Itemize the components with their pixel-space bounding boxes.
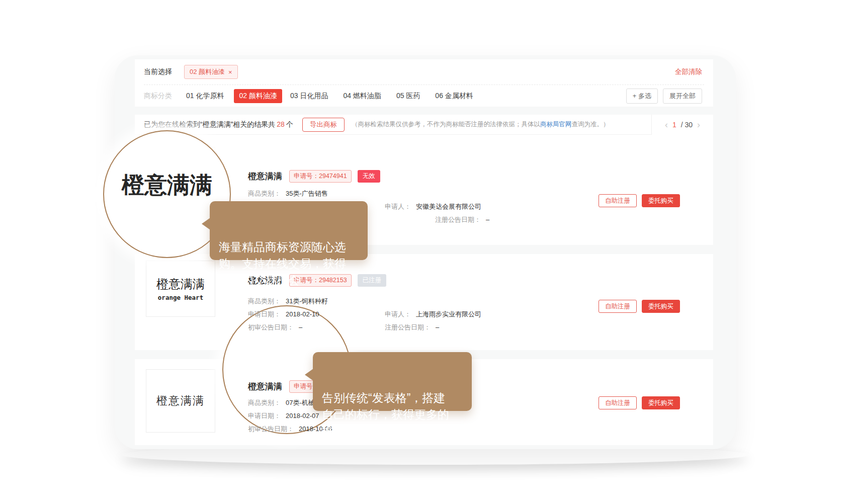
application-number-label: 申请号： [294,173,319,180]
category-value: 31类-饲料种籽 [286,297,328,305]
filter-card: 当前选择 02 颜料油漆 × 全部清除 商标分类 01 化学原料 02 颜料油漆… [135,59,713,107]
trademark-name: 橙意满满 [248,381,282,392]
trademark-image-text: 橙意满满 [156,276,205,292]
applicant-field: 申请人：上海雨步实业有限公司 [385,310,481,319]
entrust-buy-button[interactable]: 委托购买 [642,300,680,313]
category-label: 商品类别： [248,190,281,197]
application-number-value: 29474941 [319,173,347,180]
results-summary: 已为您在线检索到“橙意满满”相关的结果共28个 [144,120,293,129]
selected-filter-tag[interactable]: 02 颜料油漆 × [184,65,238,79]
row2-publication-line: 初审公告日期：– 注册公告日期：– [248,323,600,332]
first-publication-label: 初审公告日期： [248,425,294,433]
total-pages: / 30 [681,121,693,129]
applicant-label: 申请人： [385,203,411,210]
trademark-office-link[interactable]: 商标局官网 [540,121,572,128]
multi-select-button[interactable]: + 多选 [626,89,658,104]
applicant-field: 申请人：安徽美达会展有限公司 [385,202,481,211]
page-total-number: 30 [685,121,693,129]
applicant-value: 上海雨步实业有限公司 [416,310,481,318]
status-badge: 已注册 [358,274,387,287]
disclaimer-text: （商标检索结果仅供参考，不作为商标能否注册的法律依据；具体以商标局官网查询为准。… [352,120,610,129]
row2-date-line: 申请日期：2018-02-10 申请人：上海雨步实业有限公司 [248,310,600,319]
current-selection-label: 当前选择 [144,67,172,76]
expand-all-button[interactable]: 展开全部 [663,89,702,104]
application-number-tag: 申请号：29474941 [289,170,352,183]
entrust-buy-button[interactable]: 委托购买 [642,194,680,207]
disclaimer-suffix: 查询为准。） [571,121,609,128]
page: 当前选择 02 颜料油漆 × 全部清除 商标分类 01 化学原料 02 颜料油漆… [0,0,853,504]
export-trademarks-button[interactable]: 导出商标 [302,118,345,132]
tag-close-icon[interactable]: × [228,68,232,76]
first-publication-label: 初审公告日期： [248,323,294,331]
self-register-button[interactable]: 自助注册 [599,194,637,207]
apply-date-value: 2018-02-10 [286,310,319,318]
prev-page-icon[interactable]: ‹ [665,120,668,129]
trademark-name: 橙意满满 [248,171,282,182]
status-badge: 无效 [358,170,380,183]
trademark-image-row3: 橙意满满 [146,369,215,433]
first-publication-value: – [299,323,302,331]
reg-publication-label: 注册公告日期： [385,323,431,331]
reg-publication-label: 注册公告日期： [435,216,481,223]
current-page: 1 [672,121,676,129]
page-divider: / [681,121,683,129]
row3-publication-line: 初审公告日期：2018-10-06 [248,425,600,434]
row2-category-line: 商品类别：31类-饲料种籽 [248,297,600,306]
category-row-label: 商标分类 [144,92,172,101]
category-item-02-selected[interactable]: 02 颜料油漆 [234,89,282,103]
category-value: 35类-广告销售 [286,190,328,197]
summary-prefix: 已为您在线检索到“橙意满满”相关的结果共 [144,120,275,128]
trademark-image-text: 橙意满满 [156,393,205,408]
pagination: ‹ 1 / 30 › [651,115,713,135]
category-row: 商标分类 01 化学原料 02 颜料油漆 03 日化用品 04 燃料油脂 05 … [144,85,702,107]
category-label: 商品类别： [248,297,281,305]
trademark-image-row2: 橙意满满 orange Heart [146,261,215,317]
callout-promotion: 告别传统“发表格”，搭建 自己的标行，获得更多的 推广机会 [313,352,472,411]
callout-arrow-left-icon [305,369,313,381]
apply-date-label: 申请日期： [248,310,281,318]
result-count: 28 [277,120,285,128]
reg-publication-field: 注册公告日期：– [385,323,439,332]
summary-suffix: 个 [286,120,293,128]
apply-date-label: 申请日期： [248,412,281,419]
self-register-button[interactable]: 自助注册 [599,300,637,313]
current-selection-row: 当前选择 02 颜料油漆 × 全部清除 [144,59,702,85]
entrust-buy-button[interactable]: 委托购买 [642,396,680,409]
applicant-label: 申请人： [385,310,411,318]
reg-publication-field: 注册公告日期：– [435,215,489,224]
callout-marketplace: 海量精品商标资源随心选 购。支持在线交易，获得 更多的交易机会 [210,201,368,260]
category-item-06[interactable]: 06 金属材料 [435,92,473,101]
reg-publication-value: – [436,323,439,331]
apply-date-value: 2018-02-07 [286,412,319,419]
reg-publication-value: – [486,216,489,223]
magnified-trademark-text: 橙意满满 [122,170,212,200]
applicant-value: 安徽美达会展有限公司 [416,203,481,210]
application-number-value: 29482153 [319,277,347,284]
next-page-icon[interactable]: › [697,120,700,129]
self-register-button[interactable]: 自助注册 [599,396,637,409]
category-item-04[interactable]: 04 燃料油脂 [343,92,381,101]
selected-filter-tag-text: 02 颜料油漆 [190,67,225,76]
category-item-03[interactable]: 03 日化用品 [290,92,328,101]
callout-arrow-left-icon [202,218,210,230]
category-item-05[interactable]: 05 医药 [396,92,420,101]
results-header: 已为您在线检索到“橙意满满”相关的结果共28个 导出商标 （商标检索结果仅供参考… [135,115,713,135]
disclaimer-prefix: （商标检索结果仅供参考，不作为商标能否注册的法律依据；具体以 [352,121,540,128]
category-label: 商品类别： [248,399,281,406]
trademark-image-subtext: orange Heart [158,294,203,301]
category-item-01[interactable]: 01 化学原料 [186,92,224,101]
clear-all-button[interactable]: 全部清除 [675,67,702,76]
row1-title-line: 橙意满满 申请号：29474941 无效 [248,170,380,183]
row1-category-line: 商品类别：35类-广告销售 [248,189,600,198]
